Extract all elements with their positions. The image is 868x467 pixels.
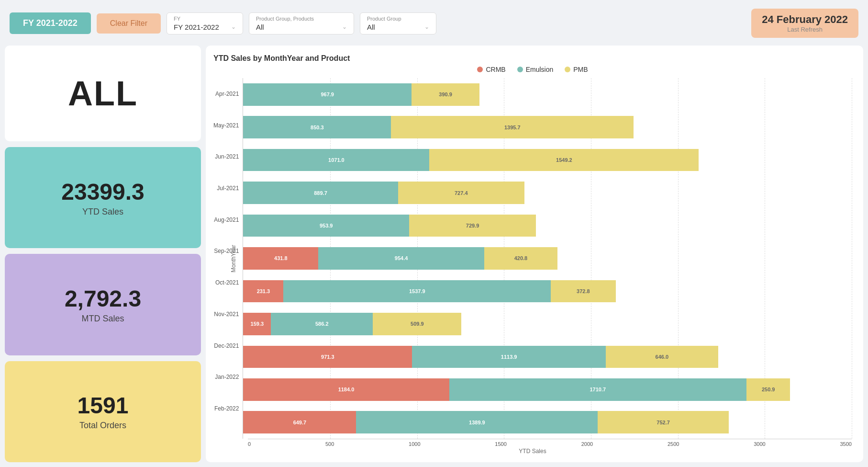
bar-segment-pmb: 509.9 xyxy=(373,313,461,335)
grid-line xyxy=(852,78,852,439)
chart-body: 967.9390.9850.31395.71071.01549.2889.772… xyxy=(243,78,852,439)
product-group-label: Product Group xyxy=(367,16,429,22)
ytd-sales-card: 23399.3 YTD Sales xyxy=(5,147,201,248)
bar-segment-pmb: 1549.2 xyxy=(429,149,699,171)
legend-label: CRMB xyxy=(486,66,505,73)
x-axis: 0500100015002000250030003500 xyxy=(248,439,852,447)
legend-dot xyxy=(517,67,523,72)
bar-segment-crmb: 231.3 xyxy=(243,280,283,303)
bar-segment-crmb: 159.3 xyxy=(243,313,271,335)
legend-dot xyxy=(565,67,570,72)
bar-segment-pmb: 420.8 xyxy=(484,247,557,270)
y-axis-label: May-2021 xyxy=(213,110,239,141)
x-axis-label: 0 xyxy=(248,441,251,447)
bar-segment-emulsion: 1389.9 xyxy=(356,411,598,433)
y-axis-label: Jun-2021 xyxy=(213,141,239,172)
bar-row: 1071.01549.2 xyxy=(243,144,852,176)
bar-segment-pmb: 727.4 xyxy=(398,182,524,204)
y-axis-label: Jul-2021 xyxy=(213,172,239,204)
x-axis-label: 2500 xyxy=(668,441,679,447)
bar-row: 431.8954.4420.8 xyxy=(243,242,852,274)
total-orders-value: 1591 xyxy=(78,392,129,419)
legend-item: CRMB xyxy=(477,66,505,73)
total-orders-card: 1591 Total Orders xyxy=(5,361,201,462)
mtd-sales-label: MTD Sales xyxy=(81,314,124,324)
bar-segment-emulsion: 586.2 xyxy=(271,313,373,335)
bar-segment-pmb: 646.0 xyxy=(606,346,718,368)
x-axis-label: 2000 xyxy=(581,441,593,447)
x-axis-label: 3000 xyxy=(754,441,765,447)
chart-legend: CRMBEmulsionPMB xyxy=(213,66,852,73)
bar-row: 967.9390.9 xyxy=(243,78,852,111)
bar-segment-emulsion: 1071.0 xyxy=(243,149,429,171)
bar-row: 971.31113.9646.0 xyxy=(243,341,852,373)
y-axis-title: MonthYear xyxy=(230,245,237,273)
date-badge: 24 February 2022 Last Refresh xyxy=(751,9,858,38)
bar-segment-emulsion: 953.9 xyxy=(243,215,409,237)
dashboard: FY 2021-2022 Clear Filter FY FY 2021-202… xyxy=(0,0,868,467)
bar-segment-emulsion: 1537.9 xyxy=(283,280,551,303)
product-group-products-label: Product Group, Products xyxy=(256,16,347,22)
x-axis-label: 1000 xyxy=(409,441,420,447)
bar-segment-pmb: 1395.7 xyxy=(391,116,634,138)
bar-segment-emulsion: 1113.9 xyxy=(412,346,606,368)
bar-segment-pmb: 250.9 xyxy=(746,378,790,401)
date-sub: Last Refresh xyxy=(762,26,848,33)
fy-dropdown[interactable]: FY FY 2021-2022 ⌄ xyxy=(167,12,243,34)
mtd-sales-card: 2,792.3 MTD Sales xyxy=(5,254,201,355)
chevron-down-icon: ⌄ xyxy=(424,23,429,30)
legend-item: Emulsion xyxy=(517,66,554,73)
chart-area: Apr-2021May-2021Jun-2021Jul-2021Aug-2021… xyxy=(213,78,852,455)
bar-segment-pmb: 372.8 xyxy=(551,280,615,303)
filter-bar: FY 2021-2022 Clear Filter FY FY 2021-202… xyxy=(5,5,863,42)
product-group-value: All ⌄ xyxy=(367,23,429,31)
y-axis-label: Aug-2021 xyxy=(213,204,239,236)
fy-dropdown-value: FY 2021-2022 ⌄ xyxy=(174,23,236,31)
fy-dropdown-label: FY xyxy=(174,16,236,22)
mtd-sales-value: 2,792.3 xyxy=(65,285,141,312)
x-axis-title: YTD Sales xyxy=(213,448,852,455)
clear-filter-button[interactable]: Clear Filter xyxy=(97,13,161,34)
y-axis-label: Nov-2021 xyxy=(213,298,239,330)
bar-segment-emulsion: 850.3 xyxy=(243,116,391,138)
y-axis-label: Apr-2021 xyxy=(213,78,239,110)
bar-segment-emulsion: 889.7 xyxy=(243,182,398,204)
legend-label: Emulsion xyxy=(526,66,554,73)
bar-row: 889.7727.4 xyxy=(243,176,852,209)
x-axis-label: 3500 xyxy=(840,441,851,447)
ytd-sales-value: 23399.3 xyxy=(61,179,145,205)
chart-panel: YTD Sales by MonthYear and Product CRMBE… xyxy=(206,46,863,462)
product-group-products-dropdown[interactable]: Product Group, Products All ⌄ xyxy=(249,12,354,34)
x-axis-label: 500 xyxy=(325,441,334,447)
bar-row: 649.71389.9752.7 xyxy=(243,406,852,439)
y-axis-label: Feb-2022 xyxy=(213,393,239,424)
product-group-dropdown[interactable]: Product Group All ⌄ xyxy=(360,12,436,34)
y-axis-labels: Apr-2021May-2021Jun-2021Jul-2021Aug-2021… xyxy=(213,78,243,439)
ytd-sales-label: YTD Sales xyxy=(82,207,123,217)
content-area: ALL 23399.3 YTD Sales 2,792.3 MTD Sales … xyxy=(5,46,863,462)
bar-segment-emulsion: 954.4 xyxy=(318,247,484,270)
bar-row: 1184.01710.7250.9 xyxy=(243,373,852,406)
bar-row: 159.3586.2509.9 xyxy=(243,308,852,340)
all-label: ALL xyxy=(68,74,138,113)
total-orders-label: Total Orders xyxy=(79,421,126,431)
bar-segment-crmb: 971.3 xyxy=(243,346,412,368)
bar-row: 850.31395.7 xyxy=(243,111,852,143)
bar-row: 231.31537.9372.8 xyxy=(243,275,852,308)
product-group-products-value: All ⌄ xyxy=(256,23,347,31)
legend-dot xyxy=(477,67,483,72)
bar-segment-pmb: 729.9 xyxy=(409,215,536,237)
bar-segment-crmb: 1184.0 xyxy=(243,378,449,401)
bars-and-labels: Apr-2021May-2021Jun-2021Jul-2021Aug-2021… xyxy=(213,78,852,439)
y-axis-label: Dec-2021 xyxy=(213,330,239,362)
bar-segment-emulsion: 1710.7 xyxy=(449,378,747,401)
bar-segment-crmb: 649.7 xyxy=(243,411,356,433)
y-axis-label: Jan-2022 xyxy=(213,361,239,393)
date-main: 24 February 2022 xyxy=(762,13,848,26)
fy-button[interactable]: FY 2021-2022 xyxy=(10,12,91,34)
legend-item: PMB xyxy=(565,66,588,73)
bar-segment-emulsion: 967.9 xyxy=(243,83,412,106)
chart-title: YTD Sales by MonthYear and Product xyxy=(213,54,852,63)
x-axis-label: 1500 xyxy=(495,441,506,447)
bar-segment-pmb: 390.9 xyxy=(412,83,479,106)
